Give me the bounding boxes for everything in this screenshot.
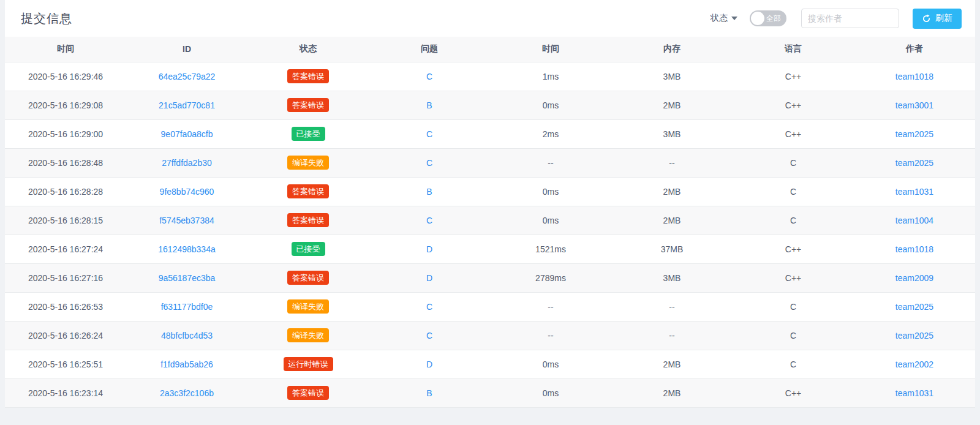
author-link-cell: team2009 [854,263,975,292]
language-value: C [790,359,796,369]
problem-link[interactable]: D [426,359,432,369]
toggle-knob-icon [751,12,764,25]
language-value-cell: C [733,148,854,177]
runtime-value-cell: 0ms [490,350,611,378]
search-author-input[interactable] [801,9,899,28]
submission-id-link[interactable]: 64ea25c79a22 [159,72,216,81]
memory-value: 2MB [663,187,681,197]
column-header: 问题 [369,37,490,62]
column-header: 作者 [854,37,975,62]
problem-link[interactable]: C [426,72,432,81]
submission-id-link[interactable]: f5745eb37384 [159,216,214,225]
table-row: 2020-5-16 16:27:169a56187ec3ba答案错误D2789m… [5,263,975,292]
problem-link[interactable]: C [426,158,432,168]
problem-link[interactable]: B [426,388,432,398]
author-link[interactable]: team1004 [895,216,933,225]
runtime-value-cell: 1ms [490,62,611,91]
author-link[interactable]: team2025 [895,331,933,340]
all-toggle[interactable]: 全部 [750,10,786,26]
status-filter-dropdown[interactable]: 状态 [710,13,737,24]
memory-value-cell: 2MB [611,206,733,235]
runtime-value-cell: 1521ms [490,235,611,263]
refresh-button[interactable]: 刷新 [913,9,962,29]
submission-id-link[interactable]: 9e07fa0a8cfb [161,129,213,139]
submit-time: 2020-5-16 16:28:48 [28,158,103,168]
author-link[interactable]: team2002 [895,359,933,369]
problem-link[interactable]: C [426,129,432,139]
column-header: 状态 [247,37,369,62]
toolbar: 提交信息 状态 全部 刷新 [5,0,975,37]
problem-link-cell: C [369,292,490,321]
runtime-value-cell: -- [490,148,611,177]
author-link[interactable]: team1018 [895,72,933,81]
language-value: C++ [785,244,801,254]
status-badge-cell: 编译失败 [247,148,369,177]
author-link[interactable]: team1018 [895,244,933,254]
submission-id-link[interactable]: 9a56187ec3ba [159,273,216,283]
language-value-cell: C++ [733,119,854,148]
author-link[interactable]: team2009 [895,273,933,283]
column-header: 语言 [733,37,854,62]
author-link[interactable]: team2025 [895,158,933,168]
submit-time-cell: 2020-5-16 16:29:08 [5,91,126,119]
submit-time-cell: 2020-5-16 16:29:00 [5,119,126,148]
problem-link[interactable]: B [426,100,432,110]
language-value: C [790,187,796,197]
submit-time-cell: 2020-5-16 16:26:24 [5,321,126,350]
submit-time: 2020-5-16 16:29:46 [28,72,103,81]
problem-link[interactable]: C [426,302,432,312]
submission-id-link[interactable]: 21c5ad770c81 [159,100,215,110]
runtime-value: -- [548,158,553,168]
submission-id-link[interactable]: f631177bdf0e [161,302,213,312]
problem-link[interactable]: D [426,244,432,254]
submit-time: 2020-5-16 16:27:24 [28,244,103,254]
author-link[interactable]: team2025 [895,129,933,139]
memory-value-cell: -- [611,292,733,321]
submission-id-link[interactable]: 48bfcfbc4d53 [161,331,213,340]
table-row: 2020-5-16 16:25:51f1fd9ab5ab26运行时错误D0ms2… [5,350,975,378]
runtime-value: 0ms [543,187,559,197]
submission-id-link[interactable]: f1fd9ab5ab26 [160,359,213,369]
author-link-cell: team3001 [854,91,975,119]
memory-value-cell: 2MB [611,177,733,206]
problem-link[interactable]: C [426,216,432,225]
submit-time-cell: 2020-5-16 16:27:24 [5,235,126,263]
status-badge-cell: 编译失败 [247,292,369,321]
status-badge: 编译失败 [287,299,329,314]
author-link[interactable]: team1031 [895,187,933,197]
submission-id-link-cell: 9e07fa0a8cfb [126,119,247,148]
author-link[interactable]: team2025 [895,302,933,312]
table-row: 2020-5-16 16:26:53f631177bdf0e编译失败C----C… [5,292,975,321]
language-value-cell: C [733,206,854,235]
problem-link[interactable]: C [426,331,432,340]
submit-time-cell: 2020-5-16 16:25:51 [5,350,126,378]
runtime-value: -- [548,302,553,312]
submission-id-link-cell: 27ffdfda2b30 [126,148,247,177]
status-badge: 编译失败 [287,328,329,343]
submit-time: 2020-5-16 16:26:53 [28,302,103,312]
problem-link[interactable]: B [426,187,432,197]
submission-id-link[interactable]: 9fe8bb74c960 [160,187,214,197]
runtime-value: 0ms [543,100,559,110]
submission-id-link[interactable]: 27ffdfda2b30 [162,158,212,168]
author-link[interactable]: team1031 [895,388,933,398]
author-link-cell: team1004 [854,206,975,235]
submission-id-link[interactable]: 2a3c3f2c106b [160,388,214,398]
author-link-cell: team1018 [854,62,975,91]
submission-id-link[interactable]: 1612498b334a [158,244,215,254]
runtime-value: 0ms [543,216,559,225]
runtime-value: 0ms [543,388,559,398]
table-row: 2020-5-16 16:29:0821c5ad770c81答案错误B0ms2M… [5,91,975,119]
language-value-cell: C++ [733,378,854,407]
language-value-cell: C++ [733,263,854,292]
author-link[interactable]: team3001 [895,100,933,110]
author-link-cell: team1018 [854,235,975,263]
runtime-value-cell: 0ms [490,206,611,235]
submission-id-link-cell: f5745eb37384 [126,206,247,235]
language-value: C++ [785,72,801,81]
runtime-value: 1ms [543,72,559,81]
problem-link[interactable]: D [426,273,432,283]
problem-link-cell: D [369,263,490,292]
status-badge-cell: 编译失败 [247,321,369,350]
language-value-cell: C [733,321,854,350]
